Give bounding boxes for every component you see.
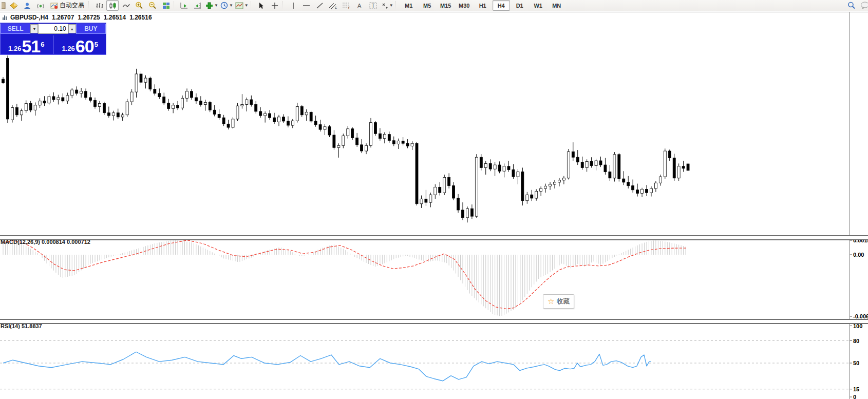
- candle: [190, 89, 193, 100]
- buy-button[interactable]: BUY: [76, 24, 106, 34]
- candle: [337, 143, 340, 158]
- candle: [443, 175, 446, 195]
- candle: [590, 157, 593, 167]
- candle: [241, 94, 243, 108]
- candle: [682, 161, 685, 172]
- macd-label: MACD(12,26,9) 0.000814 0.000712: [1, 239, 90, 245]
- volume-input[interactable]: 0.10: [38, 24, 68, 34]
- candle: [48, 94, 50, 105]
- candle: [664, 148, 666, 179]
- bid-big-figure: 51: [22, 39, 40, 54]
- candle: [107, 107, 110, 118]
- ask-price[interactable]: 1.26 60 5: [54, 34, 106, 55]
- candle: [296, 103, 298, 123]
- rsi-pane-divider[interactable]: [0, 319, 868, 324]
- candle: [636, 184, 639, 197]
- candle: [609, 165, 611, 181]
- candle: [388, 131, 390, 143]
- candle: [521, 168, 524, 206]
- favorite-tooltip-label: 收藏: [556, 297, 570, 306]
- candle: [411, 141, 413, 150]
- ask-big-figure: 60: [76, 39, 94, 54]
- candle: [149, 77, 152, 91]
- candle: [572, 142, 574, 161]
- candle: [305, 109, 308, 121]
- candle: [186, 88, 188, 102]
- candle: [85, 88, 87, 100]
- rsi-label: RSI(14) 51.8837: [1, 323, 42, 329]
- candle: [80, 88, 83, 98]
- candle: [259, 107, 262, 118]
- candle: [347, 126, 349, 138]
- candle: [15, 104, 18, 117]
- bid-prefix: 1.26: [8, 44, 21, 54]
- candle: [172, 103, 175, 113]
- candle: [103, 102, 105, 115]
- candle: [480, 154, 482, 170]
- candle: [2, 77, 5, 84]
- rsi-tick-label: 80: [853, 338, 859, 344]
- candle: [429, 193, 432, 207]
- candle: [392, 137, 395, 146]
- candle: [29, 101, 32, 112]
- candle: [379, 128, 381, 140]
- candle: [236, 103, 239, 121]
- candle: [328, 125, 331, 137]
- candle: [503, 163, 505, 177]
- candle: [512, 164, 515, 179]
- rsi-tick-label: 50: [853, 360, 859, 366]
- candle: [420, 196, 423, 208]
- candle: [319, 120, 322, 131]
- candle: [273, 113, 276, 124]
- bid-pip-digit: 6: [41, 42, 44, 48]
- candle: [218, 109, 220, 120]
- candle: [406, 139, 409, 148]
- candle: [370, 118, 372, 147]
- candle: [130, 89, 133, 105]
- candle: [121, 113, 124, 121]
- rsi-name: RSI(14): [1, 323, 20, 329]
- candle: [470, 204, 473, 219]
- bid-price[interactable]: 1.26 51 6: [1, 34, 52, 55]
- candle: [117, 109, 119, 119]
- candle: [397, 139, 400, 149]
- candle: [232, 117, 234, 129]
- candle: [374, 121, 376, 136]
- macd-tick-label: 0.00: [853, 252, 864, 258]
- candle: [599, 157, 602, 167]
- sell-button[interactable]: SELL: [1, 24, 30, 34]
- candle: [199, 96, 202, 106]
- candle: [526, 192, 529, 204]
- candle: [618, 153, 620, 181]
- candle: [457, 194, 460, 213]
- candle: [250, 96, 253, 107]
- candle: [6, 55, 9, 123]
- candle: [595, 159, 597, 170]
- candle: [278, 115, 280, 126]
- candle: [383, 132, 386, 144]
- candle: [641, 188, 644, 197]
- candle: [425, 190, 427, 206]
- candle: [140, 71, 142, 85]
- rsi-tick-label: 15: [853, 386, 859, 392]
- candle: [11, 105, 13, 123]
- candle: [71, 88, 73, 98]
- favorite-tooltip[interactable]: ☆ 收藏: [543, 294, 574, 309]
- volume-decrease-button[interactable]: ▼: [30, 24, 38, 33]
- candle: [654, 181, 657, 192]
- candle: [43, 96, 46, 106]
- macd-pane-divider[interactable]: [0, 235, 868, 240]
- candle: [89, 92, 92, 102]
- candle: [154, 84, 156, 96]
- one-click-trading-panel: SELL ▼ 0.10 ▲ BUY 1.26 51 6 1.26 60 5: [0, 23, 106, 55]
- candle: [167, 99, 170, 111]
- candle: [604, 158, 607, 175]
- candle: [282, 114, 285, 123]
- candle: [20, 109, 23, 121]
- candle: [351, 127, 354, 140]
- mt4-window: 自动交易 ▼ ▼: [0, 0, 868, 399]
- volume-increase-button[interactable]: ▲: [68, 24, 76, 33]
- candle: [613, 152, 616, 181]
- candle: [677, 163, 680, 181]
- candle: [650, 186, 652, 197]
